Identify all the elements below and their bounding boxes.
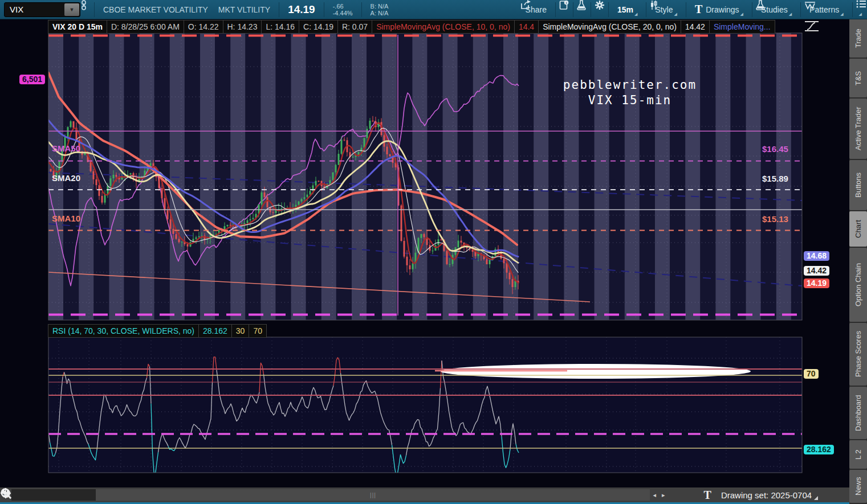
text-t-icon: T [695, 3, 702, 16]
dropdown-caret-icon: ◢ [634, 12, 637, 17]
sidebar-tab-chart[interactable]: Chart [849, 211, 867, 247]
scrollbar-grip: ||| [370, 492, 376, 498]
scroll-step-left-button[interactable]: ◂ [650, 491, 659, 499]
toolbar-separator [361, 2, 362, 17]
share-icon [520, 0, 531, 10]
rsi-value-bubble: 28.162 [804, 445, 834, 454]
rsi-70-bubble: 70 [804, 369, 819, 379]
sidebar-tab-option-chain[interactable]: Option Chain [849, 248, 867, 322]
settings-gear-button[interactable] [595, 0, 605, 19]
study-sma20-label[interactable]: SimpleMovingAvg (CLOSE, 20, 0, no) [538, 20, 681, 34]
toolbar-separator [800, 2, 801, 17]
main-chart-canvas[interactable] [0, 0, 867, 504]
sma-white-price-bubble: 14.42 [804, 266, 829, 276]
es-price-bubble: 6,501 [19, 75, 45, 84]
toolbar-separator [686, 2, 686, 17]
timeframe-button[interactable]: 15m◢ [612, 0, 642, 19]
analyze-flask-button[interactable] [577, 0, 587, 19]
dropdown-caret-icon: ◢ [789, 12, 792, 17]
thinkorswim-window: { "toolbar": { "symbol": "VIX", "company… [0, 0, 867, 504]
scroll-step-right-button[interactable]: ▸ [659, 491, 668, 499]
dropdown-caret-icon: ◢ [740, 12, 743, 17]
bottom-bar: ◀ ||| ◂ ▸ T Drawing set: 2025-0704 [0, 487, 849, 504]
dropdown-caret-icon: ◢ [840, 12, 843, 17]
chart-menu-button[interactable]: ◢ [856, 0, 867, 19]
price-level-label: $15.89 [762, 174, 788, 183]
toolbar-separator [279, 2, 279, 17]
top-toolbar: VIX ▼ CBOE MARKET VOLATILITY MKT VLTILIT… [0, 0, 867, 19]
chevron-down-icon: ▼ [70, 7, 75, 13]
sidebar-tab-trade[interactable]: Trade [849, 19, 867, 58]
rsi-overbought-level: 70 [249, 324, 267, 338]
studies-button[interactable]: Studies◢ [756, 0, 797, 19]
drawings-label: Drawings [706, 5, 739, 14]
price-change: -.66 [333, 3, 353, 10]
study-sma20-value: 14.42 [681, 20, 710, 34]
study-sma10-value: 14.4 [514, 20, 539, 34]
scrollbar-thumb[interactable]: ||| [96, 489, 650, 501]
bid-value: B: N/A [371, 3, 389, 10]
gear-icon [595, 0, 605, 10]
sidebar-tab-news[interactable]: News [849, 470, 867, 503]
symbol-value[interactable]: VIX [5, 5, 64, 14]
exchange-label: MKT VLTILITY [213, 0, 275, 19]
style-button[interactable]: Style◢ [650, 0, 682, 19]
ohlc-range: R: 0.07 [337, 20, 372, 34]
toolbar-separator [324, 2, 324, 17]
dropdown-caret-icon: ◢ [674, 12, 677, 17]
sidebar-tab-buttons[interactable]: Buttons [849, 160, 867, 210]
chart-title: VIX 20 D 15m [48, 20, 107, 34]
candle-style-icon [650, 0, 658, 10]
company-name: CBOE MARKET VOLATILITY [98, 0, 213, 19]
patterns-icon [804, 0, 816, 10]
toolbar-separator [646, 2, 646, 17]
rsi-header: RSI (14, 70, 30, CLOSE, WILDERS, no) 28.… [48, 324, 267, 338]
toolbar-separator [555, 2, 556, 17]
last-price-bubble: 14.19 [804, 278, 829, 288]
sidebar-tab-phase-scores[interactable]: Phase Scores [849, 323, 867, 386]
toolbar-separator [608, 2, 609, 17]
sma-chart-label: SMA20 [52, 174, 80, 183]
toolbar-right-group: Sharei15m◢Style◢TDrawings◢Studies◢Patter… [520, 0, 867, 19]
sidebar-tab-dashboard[interactable]: Dashboard [849, 387, 867, 439]
ohlc-low: L: 14.16 [261, 20, 299, 34]
link-channel-icon[interactable] [80, 0, 91, 19]
ohlc-high: H: 14.23 [223, 20, 262, 34]
symbol-input[interactable]: VIX ▼ [4, 2, 80, 17]
sidebar-tab-t-s[interactable]: T&S [849, 59, 867, 97]
drawing-set-caret-icon [814, 496, 818, 500]
timeframe-label: 15m [617, 5, 633, 14]
study-sma50-label[interactable]: SimpleMoving... [709, 20, 775, 34]
toolbar-separator [852, 2, 853, 17]
toolbar-separator [752, 2, 752, 17]
patterns-button[interactable]: Patterns◢ [804, 0, 849, 19]
chart-scrollbar[interactable]: ||| [11, 489, 650, 501]
toolbar-separator [591, 2, 591, 17]
sidebar-tab-l-2[interactable]: L 2 [849, 440, 867, 469]
chart-header: VIX 20 D 15m D: 8/28/25 6:00 AM O: 14.22… [48, 20, 775, 34]
rsi-value: 28.162 [198, 324, 232, 338]
rsi-oversold-level: 30 [231, 324, 250, 338]
drawings-button[interactable]: TDrawings◢ [690, 0, 748, 19]
last-price: 14.19 [283, 0, 320, 19]
study-sma10-label[interactable]: SimpleMovingAvg (CLOSE, 10, 0, no) [372, 20, 515, 34]
symbol-dropdown-button[interactable]: ▼ [64, 3, 79, 16]
ohlc-close: C: 14.19 [299, 20, 338, 34]
sma-blue-price-bubble: 14.68 [804, 251, 829, 261]
share-button[interactable]: Share [520, 0, 552, 19]
studies-label: Studies [761, 5, 788, 14]
main-plot-area[interactable] [48, 33, 802, 320]
flask-icon [756, 0, 765, 10]
price-change-pct: -4.44% [333, 10, 353, 17]
sma-chart-label: SMA50 [52, 144, 80, 153]
price-level-label: $15.13 [762, 215, 788, 224]
sidebar-tab-active-trader[interactable]: Active Trader [849, 99, 867, 159]
text-tool-icon[interactable]: T [704, 489, 711, 502]
rsi-plot-area[interactable] [48, 337, 802, 476]
news-button[interactable]: i [559, 0, 569, 19]
menu-icon [856, 0, 866, 8]
rsi-study-label[interactable]: RSI (14, 70, 30, CLOSE, WILDERS, no) [48, 324, 199, 338]
sma-chart-label: SMA10 [52, 214, 80, 223]
toolbar-separator [573, 2, 573, 17]
drawing-set-selector[interactable]: Drawing set: 2025-0704 [721, 490, 812, 500]
